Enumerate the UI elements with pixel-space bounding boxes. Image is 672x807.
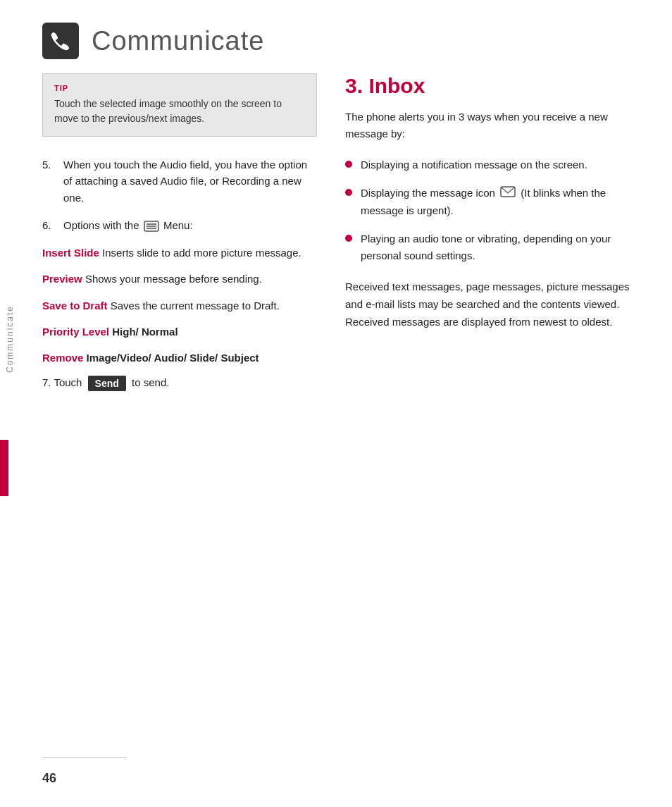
bullet-dot-1 <box>345 161 352 168</box>
step-6-number: 6. <box>42 217 63 233</box>
communicate-icon <box>42 23 79 59</box>
action-remove-desc: Image/Video/ Audio/ Slide/ Subject <box>87 352 259 364</box>
action-priority: Priority Level High/ Normal <box>42 324 317 340</box>
page-number: 46 <box>42 771 56 786</box>
action-priority-label: Priority Level <box>42 326 109 338</box>
action-remove-label: Remove <box>42 352 83 364</box>
bullet-list: Displaying a notification message on the… <box>345 156 630 264</box>
send-button: Send <box>88 376 126 391</box>
bullet-item-2: Displaying the message icon (It blinks w… <box>345 185 630 219</box>
tip-box: TIP Touch the selected image smoothly on… <box>42 73 317 137</box>
bullet-dot-3 <box>345 235 352 242</box>
action-save-draft-desc: Saves the current message to Draft. <box>111 300 280 312</box>
step-6-after: Menu: <box>163 219 193 231</box>
action-remove: Remove Image/Video/ Audio/ Slide/ Subjec… <box>42 350 317 366</box>
bullet-text-1: Displaying a notification message on the… <box>361 156 630 173</box>
step-7-prefix: 7. Touch <box>42 376 82 388</box>
bullet-text-2: Displaying the message icon (It blinks w… <box>361 185 630 219</box>
tip-text: Touch the selected image smoothly on the… <box>54 97 305 126</box>
bullet-dot-2 <box>345 189 352 196</box>
step-5-text: When you touch the Audio field, you have… <box>63 156 317 206</box>
action-insert-slide-label: Insert Slide <box>42 247 99 259</box>
step-6: 6. Options with the Menu: <box>42 217 317 233</box>
sidebar-red-tab <box>0 440 8 496</box>
intro-text: The phone alerts you in 3 ways when you … <box>345 109 630 142</box>
action-save-draft-label: Save to Draft <box>42 300 108 312</box>
menu-icon <box>144 220 159 231</box>
action-priority-desc: High/ Normal <box>112 326 178 338</box>
bullet-text-3: Playing an audio tone or vibrating, depe… <box>361 230 630 264</box>
bullet-item-1: Displaying a notification message on the… <box>345 156 630 173</box>
step-5-number: 5. <box>42 156 63 206</box>
action-insert-slide-desc: Inserts slide to add more picture messag… <box>102 247 301 259</box>
step-7-suffix: to send. <box>132 376 169 388</box>
tip-label: TIP <box>54 84 305 92</box>
section-title: 3. Inbox <box>345 73 630 99</box>
sidebar-label-text: Communicate <box>0 298 20 380</box>
bottom-divider <box>42 757 127 758</box>
right-column: 3. Inbox The phone alerts you in 3 ways … <box>345 73 630 391</box>
action-insert-slide: Insert Slide Inserts slide to add more p… <box>42 245 317 261</box>
action-preview: Preview Shows your message before sendin… <box>42 271 317 287</box>
bullet-2-text-before: Displaying the message icon <box>361 187 495 199</box>
step-7: 7. Touch Send to send. <box>42 376 317 391</box>
page-title: Communicate <box>92 26 264 56</box>
received-text: Received text messages, page messages, p… <box>345 278 630 331</box>
action-save-draft: Save to Draft Saves the current message … <box>42 297 317 314</box>
left-column: TIP Touch the selected image smoothly on… <box>42 73 317 391</box>
envelope-icon <box>500 185 516 202</box>
page-header: Communicate <box>0 0 672 73</box>
step-6-text: Options with the Menu: <box>63 217 317 233</box>
action-preview-desc: Shows your message before sending. <box>85 273 262 285</box>
action-preview-label: Preview <box>42 273 82 285</box>
step-6-before: Options with the <box>63 219 139 231</box>
bullet-item-3: Playing an audio tone or vibrating, depe… <box>345 230 630 264</box>
step-5: 5. When you touch the Audio field, you h… <box>42 156 317 206</box>
